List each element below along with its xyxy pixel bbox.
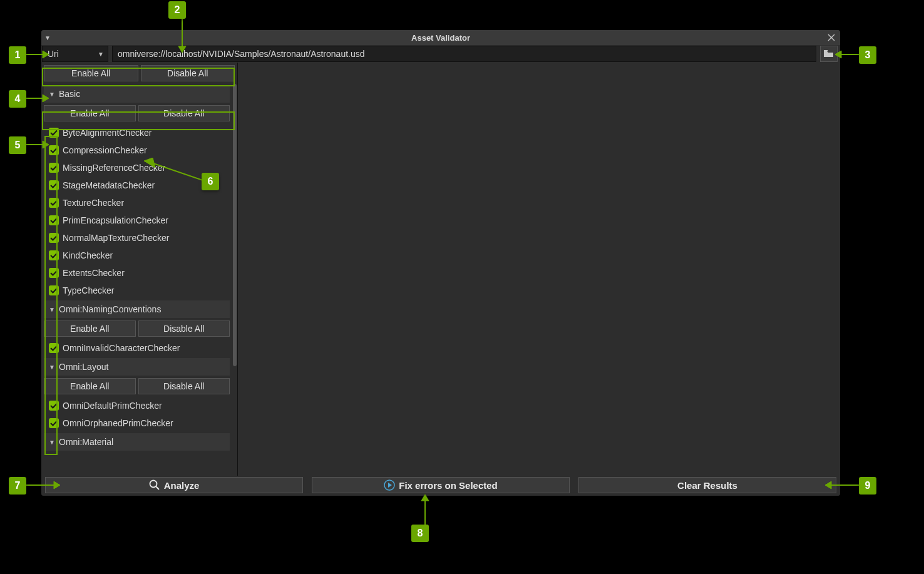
asset-uri-input[interactable] [112,46,816,62]
checker-label: NormalMapTextureChecker [63,233,169,243]
section-header-layout[interactable]: ▼ Omni:Layout [44,358,230,376]
callout-8: 8 [411,525,429,542]
section-title: Omni:Layout [59,362,108,372]
chevron-down-icon: ▼ [49,91,55,98]
checker-row: OmniInvalidCharacterChecker [44,339,230,357]
window-menu-caret[interactable]: ▼ [41,34,54,41]
section-title: Omni:Material [59,437,113,447]
checker-row: CompressionChecker [44,141,230,159]
checker-checkbox[interactable] [49,180,59,190]
checker-row: NormalMapTextureChecker [44,229,230,247]
browse-folder-button[interactable] [820,46,838,62]
section-header-naming[interactable]: ▼ Omni:NamingConventions [44,300,230,318]
asset-mode-select[interactable]: Uri ▼ [42,46,108,62]
analyze-button[interactable]: Analyze [45,477,303,493]
checker-label: MissingReferenceChecker [63,163,165,173]
clear-results-button[interactable]: Clear Results [578,477,836,493]
checker-checkbox[interactable] [49,163,59,173]
svg-point-0 [150,481,157,488]
checker-label: PrimEncapsulationChecker [63,215,168,225]
callout-2: 2 [168,1,186,19]
asset-validator-window: ▼ Asset Validator Uri ▼ Enable All Disab… [41,30,840,496]
callout-3: 3 [859,46,876,64]
checker-row: ByteAlignmentChecker [44,124,230,141]
checker-row: TextureChecker [44,194,230,212]
chevron-down-icon: ▼ [49,364,55,371]
basic-enable-all-button[interactable]: Enable All [44,105,136,121]
disable-all-button[interactable]: Disable All [141,65,235,81]
callout-4: 4 [9,90,26,108]
checker-label: ExtentsChecker [63,268,125,278]
checker-row: ExtentsChecker [44,264,230,282]
naming-toggle-row: Enable All Disable All [41,318,232,339]
checker-label: TypeChecker [63,285,114,295]
checker-row: StageMetadataChecker [44,177,230,194]
layout-disable-all-button[interactable]: Disable All [138,378,230,394]
checker-checkbox[interactable] [49,250,59,260]
titlebar[interactable]: ▼ Asset Validator [41,30,840,45]
checker-label: ByteAlignmentChecker [63,128,151,138]
layout-enable-all-button[interactable]: Enable All [44,378,136,394]
checker-label: KindChecker [63,250,113,260]
basic-disable-all-button[interactable]: Disable All [138,105,230,121]
uri-row: Uri ▼ [41,45,840,63]
checker-checkbox[interactable] [49,198,59,208]
magnifier-icon [149,479,160,491]
basic-toggle-row: Enable All Disable All [41,103,232,124]
checker-checkbox[interactable] [49,233,59,243]
footer: Analyze Fix errors on Selected Clear Res… [41,476,840,496]
checker-row: TypeChecker [44,282,230,299]
chevron-down-icon: ▼ [98,51,104,58]
checker-checkbox[interactable] [49,418,59,428]
checker-checkbox[interactable] [49,343,59,353]
checker-label: OmniInvalidCharacterChecker [63,343,180,353]
section-title: Omni:NamingConventions [59,304,161,314]
callout-5: 5 [9,136,26,154]
folder-icon [824,50,834,58]
section-header-basic[interactable]: ▼ Basic [44,85,230,103]
checker-panel: Enable All Disable All ▼ Basic Enable Al… [41,63,238,476]
checker-checkbox[interactable] [49,268,59,278]
checker-checkbox[interactable] [49,401,59,411]
scrollbar[interactable] [232,84,237,476]
naming-disable-all-button[interactable]: Disable All [138,320,230,337]
checker-row: OmniDefaultPrimChecker [44,397,230,414]
checker-label: OmniDefaultPrimChecker [63,401,162,411]
results-panel [238,63,840,476]
chevron-down-icon: ▼ [49,439,55,446]
checker-label: OmniOrphanedPrimChecker [63,418,173,428]
checker-row: KindChecker [44,247,230,264]
checker-label: StageMetadataChecker [63,180,155,190]
layout-toggle-row: Enable All Disable All [41,376,232,397]
callout-1: 1 [9,46,26,64]
section-header-material[interactable]: ▼ Omni:Material [44,433,230,451]
play-circle-icon [384,479,395,491]
callout-7: 7 [9,477,26,495]
checker-checkbox[interactable] [49,145,59,155]
fix-errors-button[interactable]: Fix errors on Selected [312,477,570,493]
asset-mode-value: Uri [48,49,59,59]
checker-checkbox[interactable] [49,128,59,138]
checker-checkbox[interactable] [49,285,59,295]
checker-label: TextureChecker [63,198,124,208]
checker-row: MissingReferenceChecker [44,159,230,177]
close-icon [828,34,835,41]
chevron-down-icon: ▼ [49,306,55,313]
enable-all-button[interactable]: Enable All [44,65,138,81]
body: Enable All Disable All ▼ Basic Enable Al… [41,63,840,476]
global-toggle-row: Enable All Disable All [41,63,237,84]
checker-checkbox[interactable] [49,215,59,225]
close-button[interactable] [823,30,840,45]
callout-9: 9 [859,477,876,495]
naming-enable-all-button[interactable]: Enable All [44,320,136,337]
checker-label: CompressionChecker [63,145,147,155]
section-title: Basic [59,89,80,99]
window-title: Asset Validator [41,33,840,43]
checker-row: PrimEncapsulationChecker [44,212,230,229]
checker-row: OmniOrphanedPrimChecker [44,414,230,432]
scroll-thumb[interactable] [233,84,237,366]
